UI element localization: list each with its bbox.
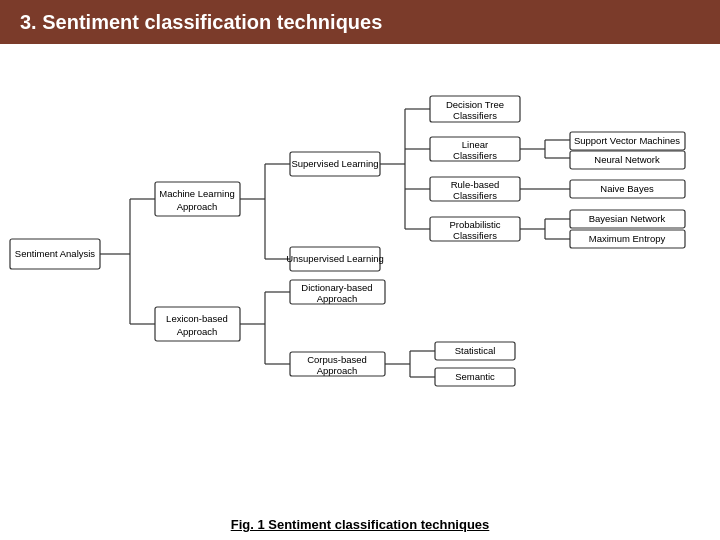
node-dictionary: Dictionary-based	[301, 282, 372, 293]
node-corpus: Corpus-based	[307, 354, 367, 365]
node-linear: Linear	[462, 139, 488, 150]
node-statistical: Statistical	[455, 345, 496, 356]
svg-text:Approach: Approach	[177, 201, 218, 212]
svg-text:Classifiers: Classifiers	[453, 230, 497, 241]
content-area: Sentiment Analysis Machine Learning Appr…	[0, 44, 720, 540]
node-svm: Support Vector Machines	[574, 135, 680, 146]
node-semantic: Semantic	[455, 371, 495, 382]
node-maximum-entropy: Maximum Entropy	[589, 233, 666, 244]
node-unsupervised: Unsupervised Learning	[286, 253, 384, 264]
node-rule-based: Rule-based	[451, 179, 500, 190]
svg-text:Approach: Approach	[317, 365, 358, 376]
node-probabilistic: Probabilistic	[449, 219, 500, 230]
svg-text:Approach: Approach	[317, 293, 358, 304]
page-title: 3. Sentiment classification techniques	[20, 11, 382, 34]
svg-text:Classifiers: Classifiers	[453, 150, 497, 161]
node-naive-bayes: Naive Bayes	[600, 183, 654, 194]
node-neural-network: Neural Network	[594, 154, 660, 165]
svg-text:Classifiers: Classifiers	[453, 190, 497, 201]
diagram-svg: Sentiment Analysis Machine Learning Appr…	[0, 44, 720, 494]
svg-text:Classifiers: Classifiers	[453, 110, 497, 121]
node-bayesian-network: Bayesian Network	[589, 213, 666, 224]
node-ml-approach: Machine Learning	[159, 188, 235, 199]
svg-text:Approach: Approach	[177, 326, 218, 337]
caption: Fig. 1 Sentiment classification techniqu…	[0, 517, 720, 532]
node-decision-tree: Decision Tree	[446, 99, 504, 110]
header: 3. Sentiment classification techniques	[0, 0, 720, 44]
node-lexicon-approach: Lexicon-based	[166, 313, 228, 324]
node-sentiment-analysis: Sentiment Analysis	[15, 248, 96, 259]
node-supervised: Supervised Learning	[291, 158, 378, 169]
